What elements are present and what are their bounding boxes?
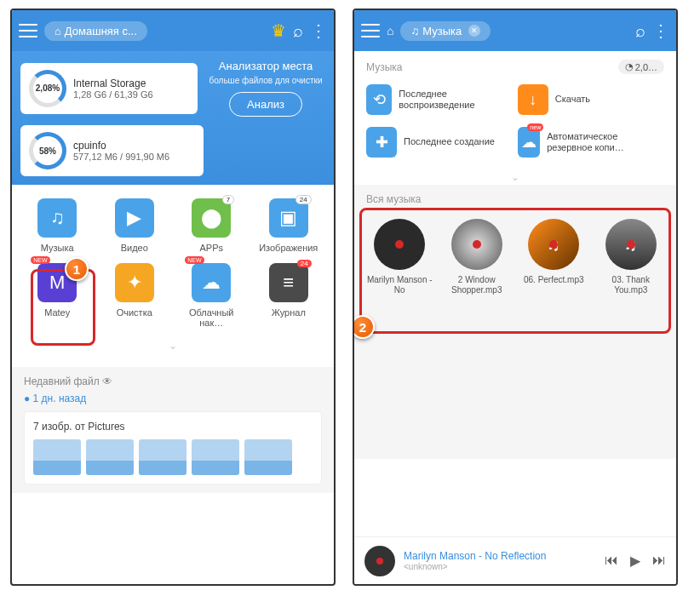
more-icon[interactable]: ⋮: [652, 20, 669, 41]
crown-icon[interactable]: ♛: [271, 20, 286, 41]
chevron-down-icon[interactable]: ⌄: [354, 169, 676, 185]
category-Журнал[interactable]: ≡24Журнал: [255, 263, 323, 328]
quick-Последнее воспроизведение[interactable]: ⟲Последнее воспроизведение: [363, 81, 509, 118]
highlight-box-1: [31, 269, 95, 346]
tab-label: Музыка: [422, 25, 462, 37]
breadcrumb[interactable]: ⌂ Домашняя с...: [44, 21, 147, 41]
thumb[interactable]: [33, 439, 81, 475]
player-bar: Marilyn Manson - No Reflection <unknown>…: [354, 536, 676, 584]
cpu-donut: 58%: [29, 132, 66, 169]
section-title: Музыка: [366, 61, 402, 73]
analyzer-title: Анализатор места: [206, 60, 325, 72]
thumb[interactable]: [192, 439, 239, 475]
recent-day: 1 дн. назад: [24, 393, 322, 404]
cpu-size: 577,12 М6 / 991,90 М6: [73, 152, 169, 162]
more-icon[interactable]: ⋮: [310, 20, 327, 41]
thumb[interactable]: [139, 439, 186, 475]
section-header: Музыка ◔ 2,0…: [354, 51, 676, 77]
recent-card[interactable]: 7 изобр. от Pictures: [24, 411, 322, 484]
phone-left: ⌂ Домашняя с... ♛ ⌕ ⋮ 2,08% Internal Sto…: [10, 9, 336, 586]
quick-Последнее создание[interactable]: ✚Последнее создание: [363, 123, 509, 161]
thumb[interactable]: [244, 439, 292, 475]
quick-grid: ⟲Последнее воспроизведение↓Скачать✚После…: [354, 77, 676, 169]
storage-name: Internal Storage: [73, 77, 153, 89]
player-info[interactable]: Marilyn Manson - No Reflection <unknown>: [404, 550, 596, 571]
phone-right: ⌂ ♫ Музыка ✕ ⌕ ⋮ Музыка ◔ 2,0… ⟲Последне…: [353, 9, 678, 586]
storage-card[interactable]: 2,08% Internal Storage 1,28 G6 / 61,39 G…: [20, 63, 198, 114]
cpu-name: cpuinfo: [73, 140, 169, 152]
size-pill[interactable]: ◔ 2,0…: [618, 60, 664, 74]
menu-icon[interactable]: [361, 24, 380, 37]
play-icon[interactable]: ▶: [630, 553, 640, 569]
topbar: ⌂ Домашняя с... ♛ ⌕ ⋮: [12, 10, 334, 51]
breadcrumb-text: Домашняя с...: [65, 25, 137, 37]
category-APPs[interactable]: ⬤7APPs: [177, 198, 245, 253]
player-artist: <unknown>: [404, 562, 596, 571]
quick-Скачать[interactable]: ↓Скачать: [514, 81, 661, 118]
player-art[interactable]: [364, 546, 395, 576]
analyzer-panel: 2,08% Internal Storage 1,28 G6 / 61,39 G…: [12, 51, 334, 185]
thumb[interactable]: [86, 439, 134, 475]
recent-section: Недавний файл 👁 1 дн. назад 7 изобр. от …: [12, 367, 334, 493]
recent-card-title: 7 изобр. от Pictures: [33, 421, 313, 433]
allmusic-label: Вся музыка: [354, 185, 676, 209]
cpu-card[interactable]: 58% cpuinfo 577,12 М6 / 991,90 М6: [20, 125, 204, 176]
analyzer-sub: больше файлов для очистки: [206, 76, 325, 85]
next-icon[interactable]: ⏭: [652, 553, 666, 569]
storage-donut: 2,08%: [29, 70, 66, 107]
category-Очистка[interactable]: ✦Очистка: [100, 263, 169, 328]
highlight-box-2: [359, 208, 671, 334]
search-icon[interactable]: ⌕: [293, 21, 303, 41]
search-icon[interactable]: ⌕: [635, 21, 645, 41]
close-icon[interactable]: ✕: [468, 25, 480, 37]
home-icon: ⌂: [55, 25, 61, 37]
prev-icon[interactable]: ⏮: [605, 553, 618, 569]
category-Изображения[interactable]: ▣24Изображения: [255, 198, 323, 253]
player-title: Marilyn Manson - No Reflection: [404, 550, 596, 562]
quick-Автоматическое резервное копи…[interactable]: ☁newАвтоматическое резервное копи…: [514, 123, 661, 161]
category-Облачный нак…[interactable]: ☁NEWОблачный нак…: [177, 263, 245, 328]
recent-title: Недавний файл 👁: [24, 375, 322, 387]
analyzer-block: Анализатор места больше файлов для очист…: [206, 60, 325, 117]
marker-1: 1: [65, 257, 89, 281]
home-icon[interactable]: ⌂: [387, 24, 393, 37]
music-icon: ♫: [410, 25, 419, 37]
category-Видео[interactable]: ▶Видео: [100, 198, 169, 253]
category-Музыка[interactable]: ♫Музыка: [23, 198, 91, 253]
menu-icon[interactable]: [19, 24, 37, 37]
topbar: ⌂ ♫ Музыка ✕ ⌕ ⋮: [354, 10, 676, 51]
storage-size: 1,28 G6 / 61,39 G6: [73, 89, 153, 100]
analyze-button[interactable]: Анализ: [229, 92, 302, 117]
breadcrumb-tab[interactable]: ♫ Музыка ✕: [400, 21, 491, 41]
